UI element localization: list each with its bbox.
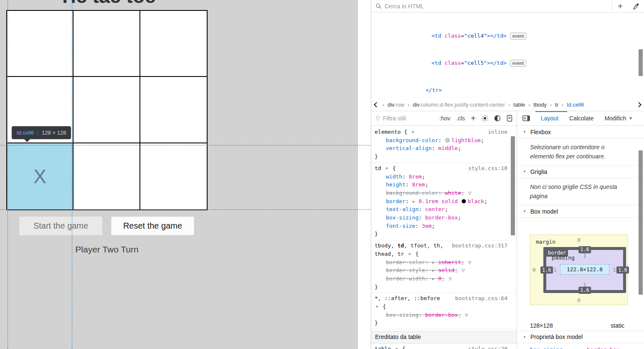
tab-overflow-chevron-icon[interactable]: ▼ — [629, 116, 633, 120]
css-declaration-overridden[interactable]: border-style: ▸ solid;▽ — [371, 266, 517, 275]
rule-element-inline[interactable]: inlineelemento { ⌖ background-color: lig… — [371, 127, 517, 163]
css-declaration[interactable]: box-sizing: border-box; — [371, 214, 517, 222]
rule-td[interactable]: style.css:10td ⌖ { width: 8rem; height: … — [371, 163, 517, 240]
twisty-icon: ▼ — [523, 130, 526, 134]
rule-location[interactable]: inline — [488, 128, 507, 136]
css-declaration[interactable]: text-align: center; — [371, 205, 517, 214]
add-node-button[interactable]: + — [612, 0, 628, 13]
css-declaration[interactable]: border: ▸ 0.1rem solid black; — [371, 197, 517, 206]
rule-location[interactable]: bootstrap.css:317 — [452, 242, 507, 250]
event-badge[interactable]: event — [510, 60, 526, 67]
board-cell-0[interactable] — [7, 11, 74, 77]
box-model-content-box[interactable]: 122.8×122.8 — [560, 264, 609, 275]
markup-line-tr-close[interactable]: </tr> — [371, 86, 644, 95]
page-title: Tic tac toe — [0, 0, 215, 8]
markup-line-cell5[interactable]: <td class="cell5"></td>event — [371, 59, 644, 68]
filter-icon: ▽ — [375, 115, 380, 122]
rule-universal[interactable]: bootstrap.css:64*, ::after, ::before ⌖ {… — [371, 293, 517, 329]
board-cell-6-highlighted[interactable]: X — [7, 143, 74, 209]
print-media-button[interactable] — [507, 115, 512, 122]
sidebar-tabs: Layout Calcolate Modifich ▼ — [517, 111, 644, 126]
event-badge[interactable]: event — [510, 33, 526, 40]
border-left-value[interactable]: 1.6 — [540, 267, 553, 274]
css-declaration[interactable]: font-size: 3em; — [371, 222, 517, 230]
margin-bottom-value[interactable]: 0 — [530, 297, 627, 303]
rule-location[interactable]: style.css:20 — [468, 345, 507, 349]
boxmodel-property-row-clipped: box-sizingborder-box — [517, 343, 644, 349]
breadcrumb-back-chevron-icon[interactable] — [374, 102, 379, 107]
margin-top-value[interactable]: 0 — [530, 237, 627, 243]
rule-table-inherited[interactable]: style.css:20table ⌖ { — [371, 344, 517, 349]
tab-layout[interactable]: Layout — [541, 115, 558, 122]
border-right-value[interactable]: 1.6 — [616, 267, 629, 274]
markup-view: <td class="cell4"></td>event <td class="… — [371, 13, 644, 99]
reset-game-button[interactable]: Reset the game — [111, 217, 194, 235]
tab-changes[interactable]: Modifich — [604, 115, 626, 122]
css-declaration-overridden[interactable]: background-color: white;▽ — [371, 189, 517, 197]
breadcrumb-forward-chevron-icon[interactable] — [636, 102, 641, 107]
add-rule-button[interactable]: + — [471, 114, 476, 122]
pseudo-class-button[interactable]: :hov — [439, 115, 450, 122]
box-model-margin-box[interactable]: margin 0 0 0 0 border 1.6 1.6 1.6 1.6 pa… — [530, 234, 628, 305]
twisty-icon: ▼ — [523, 209, 526, 213]
light-theme-button[interactable] — [482, 115, 488, 122]
breadcrumb-item-div-column[interactable]: div.column.d-flex.justify-content-center — [413, 102, 505, 108]
layout-scrollbar-thumb[interactable] — [639, 150, 643, 295]
board-cell-2[interactable] — [140, 11, 207, 77]
rule-location[interactable]: style.css:10 — [468, 164, 507, 173]
sidebar-toggle-button[interactable] — [522, 115, 530, 121]
tictactoe-board: X — [6, 10, 208, 210]
breadcrumb-item-td-cell6-selected[interactable]: td.cell6 — [567, 102, 584, 108]
css-declaration-overridden[interactable]: box-sizing: border-box;▽ — [371, 311, 517, 319]
box-model-border-box[interactable]: border 1.6 1.6 1.6 1.6 padding 1 1 1 1 1… — [543, 247, 626, 293]
padding-top-value[interactable]: 1 — [546, 252, 623, 259]
screenshot-root: Tic tac toe X td.cell6 128 × 128 Start t… — [0, 0, 644, 349]
css-declaration[interactable]: vertical-align: middle; — [371, 144, 517, 153]
padding-right-value[interactable]: 1 — [613, 267, 616, 273]
twisty-icon: ▼ — [523, 170, 526, 173]
breadcrumb-item-table[interactable]: table — [513, 102, 525, 108]
css-declaration-overridden[interactable]: border-color: ▸ inherit;▽ — [371, 258, 517, 267]
eyedropper-button[interactable] — [628, 0, 644, 13]
board-cell-7[interactable] — [74, 143, 140, 209]
toolbar-icons: + — [612, 0, 644, 13]
tooltip-divider — [38, 130, 38, 136]
search-html-input[interactable]: Cerca in HTML — [371, 3, 612, 10]
eyedropper-icon — [633, 3, 639, 10]
breadcrumb-item-tbody[interactable]: tbody — [533, 102, 547, 108]
start-game-button[interactable]: Start the game — [19, 217, 102, 235]
boxmodel-section-header[interactable]: ▼Box model — [517, 205, 644, 218]
padding-left-value[interactable]: 1 — [553, 267, 557, 273]
css-declaration[interactable]: width: 8rem; — [371, 173, 517, 181]
search-placeholder: Cerca in HTML — [385, 3, 424, 10]
flexbox-section-header[interactable]: ▼Flexbox — [517, 126, 644, 138]
markup-line-cell4[interactable]: <td class="cell4"></td>event — [371, 31, 644, 41]
rule-location[interactable]: bootstrap.css:64 — [455, 294, 507, 303]
plus-icon: + — [618, 2, 623, 10]
dark-theme-button[interactable] — [494, 115, 501, 122]
rules-scrollbar-thumb[interactable] — [511, 136, 515, 235]
grid-section-header[interactable]: ▼Griglia — [517, 166, 644, 178]
css-declaration[interactable]: height: 8rem; — [371, 181, 517, 189]
player-turn-status: Player Two Turn — [0, 245, 214, 255]
flexbox-empty-message: Selezionare un contenitore o elemento fl… — [517, 138, 644, 166]
active-tab-indicator — [535, 111, 567, 112]
css-declaration-overridden[interactable]: border-width: ▸ 0;▽ — [371, 275, 517, 283]
board-cell-1[interactable] — [74, 11, 140, 77]
rules-toolbar: ▽ Filtra stili :hov .cls + — [371, 111, 517, 126]
board-cell-8[interactable] — [140, 143, 207, 209]
breadcrumb-item-div-row[interactable]: div.row — [388, 102, 404, 108]
padding-bottom-value[interactable]: 1 — [546, 282, 623, 288]
markup-search-toolbar: Cerca in HTML + — [371, 0, 644, 13]
boxmodel-properties-header[interactable]: ▼Proprietà box model — [517, 331, 644, 343]
tab-computed[interactable]: Calcolate — [569, 115, 593, 122]
css-declaration[interactable]: background-color: lightblue; — [371, 136, 517, 145]
board-cell-4[interactable] — [74, 77, 140, 143]
markup-scrollbar-thumb[interactable] — [639, 49, 643, 76]
class-button[interactable]: .cls — [456, 115, 465, 122]
filter-styles-input[interactable]: Filtra stili — [383, 115, 434, 122]
board-cell-5[interactable] — [140, 77, 207, 143]
rule-bootstrap-table-elements[interactable]: bootstrap.css:317tbody, td, tfoot, th, t… — [371, 240, 517, 293]
breadcrumb-item-tr[interactable]: tr — [555, 102, 558, 108]
margin-left-value[interactable]: 0 — [532, 267, 536, 273]
